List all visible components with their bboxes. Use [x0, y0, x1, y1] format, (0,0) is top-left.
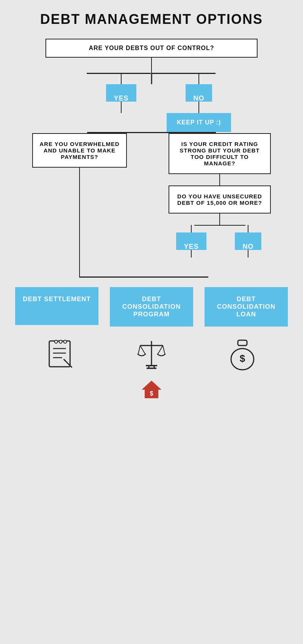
vline-no-mid [198, 102, 200, 113]
hline-bottom-connector [80, 276, 208, 278]
loan-icon-wrap: $ [201, 334, 284, 371]
svg-point-5 [59, 340, 62, 343]
scales-icon [134, 337, 169, 371]
svg-text:$: $ [240, 353, 245, 364]
svg-line-19 [163, 346, 165, 354]
badge-no2: NO [235, 232, 261, 250]
overwhelmed-question: ARE YOU OVERWHELMED AND UNABLE TO MAKE P… [32, 133, 127, 168]
house-dollar-icon: $ [140, 379, 163, 400]
vline-yes2-bot [191, 250, 192, 258]
money-bag-icon: $ [227, 337, 258, 371]
vline-no2-bot [248, 250, 249, 258]
outcome-program: DEBT CONSOLIDATION PROGRAM [110, 287, 193, 327]
svg-rect-20 [238, 340, 247, 346]
vline-yes-top [121, 73, 122, 84]
unsecured-question: DO YOU HAVE UNSECURED DEBT OF 15,000 OR … [169, 185, 271, 214]
vline-q2-mid [219, 174, 220, 185]
outcome-settlement: DEBT SETTLEMENT [15, 287, 98, 325]
svg-point-6 [64, 340, 67, 343]
vline-no-top [198, 73, 200, 84]
vline-unsecured-down [219, 214, 220, 225]
icons-row: $ [15, 334, 288, 371]
program-icon-wrap [110, 334, 193, 371]
svg-line-9 [64, 359, 65, 361]
badge-yes2: YES [176, 232, 206, 250]
vline-trunk [151, 73, 152, 84]
vline-yes2-top [191, 225, 192, 232]
vline-q1-long [79, 168, 80, 278]
top-question-box: ARE YOUR DEBTS OUT OF CONTROL? [45, 39, 258, 58]
flowchart: DEBT MANAGEMENT OPTIONS ARE YOUR DEBTS O… [8, 11, 295, 401]
settlement-icon-wrap [19, 334, 102, 371]
badge-no: NO [186, 84, 212, 102]
footer-icon-wrap: $ [140, 379, 163, 401]
svg-point-4 [55, 340, 58, 343]
svg-text:$: $ [150, 390, 153, 397]
keep-up-box: KEEP IT UP :) [167, 113, 231, 132]
credit-question: IS YOUR CREDIT RATING STRONG BUT YOUR DE… [169, 133, 271, 174]
vline-1 [151, 58, 152, 73]
outcome-loan: DEBT CONSOLIDATION LOAN [205, 287, 288, 327]
svg-line-17 [140, 346, 145, 354]
svg-line-18 [158, 346, 163, 354]
vline-yes-mid [121, 102, 122, 113]
svg-line-16 [138, 346, 140, 354]
page-title: DEBT MANAGEMENT OPTIONS [40, 11, 263, 27]
notepad-icon [45, 337, 76, 371]
vline-no2-top [248, 225, 249, 232]
badge-yes: YES [106, 84, 136, 102]
svg-marker-23 [142, 381, 161, 390]
